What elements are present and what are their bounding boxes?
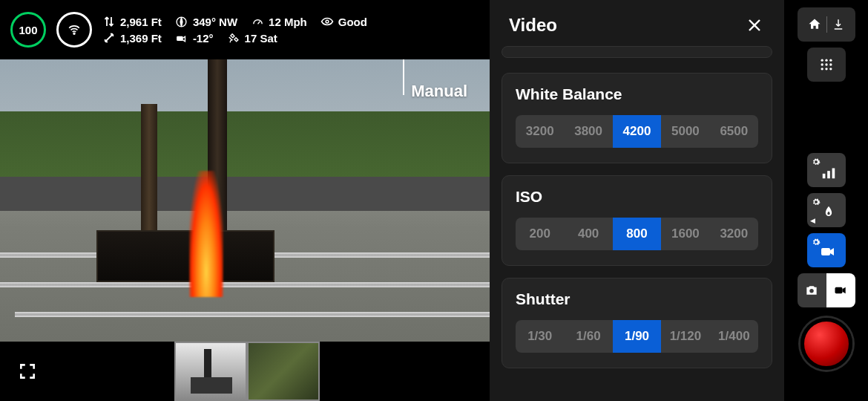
video-feed[interactable]: Manual bbox=[0, 59, 490, 342]
white-balance-selector: 32003800420050006500 bbox=[516, 115, 758, 148]
svg-rect-16 bbox=[821, 248, 830, 255]
mode-label: Manual bbox=[411, 82, 467, 101]
altitude-icon bbox=[102, 15, 116, 28]
seg-option[interactable]: 1600 bbox=[661, 218, 709, 250]
thumbnail-map[interactable] bbox=[247, 342, 320, 401]
svg-point-2 bbox=[326, 20, 329, 23]
photo-mode-button[interactable] bbox=[798, 273, 826, 307]
svg-point-9 bbox=[829, 63, 832, 65]
seg-option[interactable]: 1/90 bbox=[613, 320, 661, 353]
seg-option[interactable]: 1/60 bbox=[564, 320, 612, 353]
svg-point-17 bbox=[809, 289, 814, 293]
video-mode-button[interactable] bbox=[826, 273, 855, 307]
svg-point-11 bbox=[825, 68, 827, 70]
iso-selector: 20040080016003200 bbox=[516, 218, 758, 250]
thumbnail-thermal[interactable] bbox=[174, 342, 247, 401]
video-settings-button[interactable] bbox=[807, 233, 846, 267]
seg-option[interactable]: 400 bbox=[564, 218, 612, 250]
svg-point-0 bbox=[73, 33, 75, 34]
capture-mode-toggle[interactable] bbox=[798, 273, 855, 307]
shutter-group: Shutter 1/301/601/901/1201/400 bbox=[502, 278, 772, 368]
panel-prev-card bbox=[502, 46, 772, 58]
battery-value: 100 bbox=[19, 24, 37, 36]
svg-rect-14 bbox=[827, 171, 830, 178]
shutter-selector: 1/301/601/901/1201/400 bbox=[516, 320, 758, 353]
seg-option[interactable]: 3200 bbox=[516, 115, 564, 148]
speed-icon bbox=[251, 15, 264, 28]
eye-icon bbox=[320, 15, 334, 28]
wifi-indicator[interactable] bbox=[56, 12, 92, 48]
seg-option[interactable]: 1/30 bbox=[516, 320, 564, 353]
gear-icon bbox=[812, 198, 821, 206]
iso-label: ISO bbox=[516, 188, 758, 206]
svg-rect-13 bbox=[822, 174, 825, 178]
satellite-readout: 17 Sat bbox=[227, 31, 277, 45]
gimbal-readout: -12° bbox=[175, 31, 214, 45]
gear-icon bbox=[812, 157, 821, 166]
feed-divider bbox=[403, 59, 404, 95]
svg-rect-15 bbox=[832, 169, 835, 179]
video-settings-panel: Video White Balance 32003800420050006500… bbox=[490, 0, 784, 401]
satellite-icon bbox=[227, 31, 240, 45]
telemetry-bar: 100 2,961 Ft 349° NW bbox=[0, 0, 490, 59]
svg-point-12 bbox=[829, 68, 832, 70]
svg-point-7 bbox=[821, 63, 823, 65]
seg-option[interactable]: 3800 bbox=[564, 115, 612, 148]
panel-title: Video bbox=[509, 15, 557, 36]
svg-point-6 bbox=[829, 59, 832, 62]
seg-option[interactable]: 5000 bbox=[661, 115, 709, 148]
record-button[interactable] bbox=[800, 318, 852, 370]
speed-readout: 12 Mph bbox=[251, 15, 307, 28]
feed-bottom-bar bbox=[0, 342, 490, 401]
home-rtl-button[interactable] bbox=[798, 7, 855, 42]
shutter-label: Shutter bbox=[516, 290, 758, 308]
distance-readout: 1,369 Ft bbox=[102, 31, 162, 45]
seg-option[interactable]: 1/120 bbox=[661, 320, 709, 353]
distance-icon bbox=[102, 31, 116, 45]
wifi-icon bbox=[68, 23, 81, 36]
fullscreen-button[interactable] bbox=[16, 360, 39, 382]
svg-point-5 bbox=[825, 59, 827, 62]
seg-option[interactable]: 3200 bbox=[710, 218, 758, 250]
gear-icon bbox=[812, 238, 821, 247]
gimbal-icon bbox=[175, 31, 188, 45]
altitude-readout: 2,961 Ft bbox=[102, 15, 162, 28]
white-balance-label: White Balance bbox=[516, 85, 758, 103]
close-button[interactable] bbox=[744, 15, 765, 36]
svg-rect-18 bbox=[835, 287, 843, 293]
svg-point-4 bbox=[821, 59, 823, 62]
white-balance-group: White Balance 32003800420050006500 bbox=[502, 73, 772, 163]
seg-option[interactable]: 800 bbox=[613, 218, 661, 250]
seg-option[interactable]: 1/400 bbox=[710, 320, 758, 353]
chevron-left-icon: ◀ bbox=[810, 217, 815, 224]
svg-point-8 bbox=[825, 63, 827, 65]
thermal-settings-button[interactable]: ◀ bbox=[807, 193, 846, 227]
seg-option[interactable]: 200 bbox=[516, 218, 564, 250]
svg-rect-3 bbox=[177, 36, 183, 40]
seg-option[interactable]: 4200 bbox=[613, 115, 661, 148]
compass-icon bbox=[175, 15, 188, 28]
right-sidebar: ◀ bbox=[784, 0, 868, 401]
feed-pane: 100 2,961 Ft 349° NW bbox=[0, 0, 490, 401]
iso-group: ISO 20040080016003200 bbox=[502, 175, 772, 266]
svg-point-10 bbox=[821, 68, 823, 70]
grid-menu-button[interactable] bbox=[807, 48, 846, 82]
seg-option[interactable]: 6500 bbox=[710, 115, 758, 148]
battery-indicator[interactable]: 100 bbox=[10, 12, 46, 48]
map-settings-button[interactable] bbox=[807, 153, 846, 187]
heading-readout: 349° NW bbox=[175, 15, 237, 28]
signal-readout: Good bbox=[320, 15, 367, 28]
